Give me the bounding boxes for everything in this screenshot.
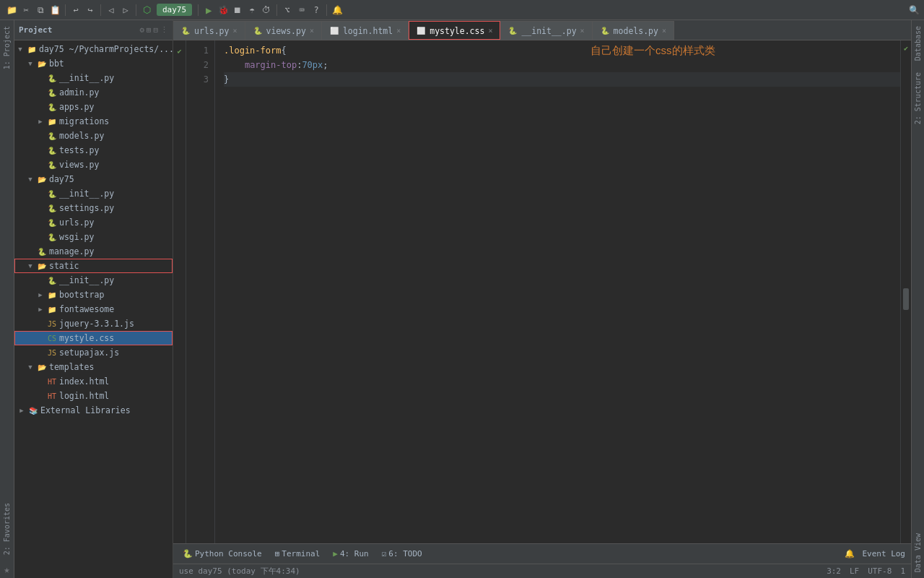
database-label[interactable]: Database <box>912 20 923 66</box>
tree-static[interactable]: ▼ 📂 static <box>14 259 173 273</box>
project-name-btn[interactable]: day75 <box>157 4 192 16</box>
code-area[interactable]: 自己创建一个css的样式类 .login-form{ margin-top:70… <box>215 40 900 543</box>
line-col-status: 3:2 <box>827 566 841 576</box>
tree-init-day75[interactable]: ▶ 🐍 __init__.py <box>14 186 173 201</box>
tree-bootstrap[interactable]: ▶ 📁 bootstrap <box>14 288 173 302</box>
tree-manage[interactable]: ▶ 🐍 manage.py <box>14 244 173 259</box>
tree-tests[interactable]: ▶ 🐍 tests.py <box>14 143 173 158</box>
debug-icon[interactable]: 🐞 <box>217 4 229 16</box>
cut-icon[interactable]: ✂ <box>20 4 32 16</box>
tree-templates[interactable]: ▼ 📂 templates <box>14 360 173 374</box>
tree-admin[interactable]: ▶ 🐍 admin.py <box>14 85 173 100</box>
folder-icon[interactable]: 📁 <box>6 4 17 16</box>
templates-icon: 📂 <box>36 361 48 373</box>
tree-init-static[interactable]: ▶ 🐍 __init__.py <box>14 273 173 288</box>
vcs-icon[interactable]: ⌥ <box>282 4 293 16</box>
tree-fontawesome[interactable]: ▶ 📁 fontawesome <box>14 302 173 316</box>
status-message: use day75 (today 下午4:34) <box>179 566 300 577</box>
todo-label: 6: TODO <box>388 549 422 558</box>
tree-setupajax[interactable]: ▶ JS setupajax.js <box>14 345 173 360</box>
tab-models-close[interactable]: × <box>662 27 666 35</box>
expand-icon[interactable]: ⊞ <box>147 25 152 35</box>
project-vert-tab[interactable]: 1: Project <box>1 20 12 75</box>
favorites-vert-tab[interactable]: 2: Favorites <box>1 497 12 561</box>
day75-inner-label: day75 <box>49 174 74 184</box>
search-icon[interactable]: 🔍 <box>909 5 920 15</box>
css-brace-open: { <box>281 43 286 58</box>
tree-settings[interactable]: ▶ 🐍 settings.py <box>14 201 173 215</box>
html-icon1: HT <box>46 376 58 387</box>
tree-mystyle[interactable]: ▶ CS mystyle.css <box>14 331 173 345</box>
templates-arrow: ▼ <box>26 363 35 371</box>
tab-mystyle-close[interactable]: × <box>488 27 492 35</box>
help-icon[interactable]: ? <box>310 4 322 16</box>
tab-init[interactable]: 🐍 __init__.py × <box>500 21 592 40</box>
tree-init-bbt[interactable]: ▶ 🐍 __init__.py <box>14 71 173 85</box>
run-icon[interactable]: ▶ <box>203 4 214 16</box>
scroll-bar-area[interactable] <box>901 55 911 543</box>
tree-bbt[interactable]: ▼ 📂 bbt <box>14 56 173 71</box>
css-value: 70px <box>302 58 323 72</box>
root-label: day75 ~/PycharmProjects/... <box>39 44 173 54</box>
scroll-thumb[interactable] <box>903 288 909 310</box>
terminal-btn[interactable]: ⊞ Terminal <box>271 548 324 560</box>
copy-icon[interactable]: ⧉ <box>35 4 46 16</box>
bottom-bar: 🐍 Python Console ⊞ Terminal ▶ 4: Run ☑ 6… <box>173 543 911 564</box>
main-toolbar: 📁 ✂ ⧉ 📋 ↩ ↪ ◁ ▷ ⬡ day75 ▶ 🐞 ⏹ ☂ ⏱ ⌥ ⌨ ? … <box>0 0 924 20</box>
tree-views[interactable]: ▶ 🐍 views.py <box>14 158 173 172</box>
forward-icon[interactable]: ▷ <box>120 4 131 16</box>
tab-urls-close[interactable]: × <box>232 27 237 35</box>
tab-login-close[interactable]: × <box>396 27 401 35</box>
tree-index-html[interactable]: ▶ HT index.html <box>14 374 173 389</box>
tab-urls[interactable]: 🐍 urls.py × <box>173 21 245 40</box>
tree-urls-day75[interactable]: ▶ 🐍 urls.py <box>14 215 173 230</box>
stop-icon[interactable]: ⏹ <box>232 4 243 16</box>
tree-models[interactable]: ▶ 🐍 models.py <box>14 129 173 143</box>
coverage-icon[interactable]: ☂ <box>246 4 258 16</box>
structure-label[interactable]: 2: Structure <box>912 66 923 130</box>
tree-ext-libs[interactable]: ▶ 📚 External Libraries <box>14 403 173 418</box>
redo-icon[interactable]: ↪ <box>84 4 96 16</box>
profile-icon[interactable]: ⏱ <box>261 4 272 16</box>
run-label: 4: Run <box>340 549 369 558</box>
tab-models[interactable]: 🐍 models.py × <box>593 21 674 40</box>
terminal-icon[interactable]: ⌨ <box>296 4 308 16</box>
tab-views[interactable]: 🐍 views.py × <box>245 21 322 40</box>
fontawesome-icon: 📁 <box>46 303 58 315</box>
back-icon[interactable]: ◁ <box>105 4 117 16</box>
tree-wsgi[interactable]: ▶ 🐍 wsgi.py <box>14 230 173 244</box>
tree-login-html[interactable]: ▶ HT login.html <box>14 389 173 403</box>
tab-mystyle[interactable]: ⬜ mystyle.css × <box>409 21 500 40</box>
tree-root[interactable]: ▼ 📁 day75 ~/PycharmProjects/... <box>14 42 173 56</box>
undo-icon[interactable]: ↩ <box>70 4 82 16</box>
settings-icon[interactable]: ⋮ <box>160 25 168 35</box>
tree-apps[interactable]: ▶ 🐍 apps.py <box>14 100 173 114</box>
tab-init-close[interactable]: × <box>580 27 585 35</box>
sep3 <box>136 4 136 16</box>
star-icon[interactable]: ★ <box>1 564 13 575</box>
tree-jquery[interactable]: ▶ JS jquery-3.3.1.js <box>14 316 173 331</box>
gear-icon[interactable]: ⚙ <box>139 25 144 35</box>
python-console-btn[interactable]: 🐍 Python Console <box>179 548 266 560</box>
fontawesome-arrow: ▶ <box>36 305 45 314</box>
todo-btn[interactable]: ☑ 6: TODO <box>378 548 426 560</box>
ext-libs-label: External Libraries <box>40 405 131 415</box>
tab-views-close[interactable]: × <box>310 27 314 35</box>
css-brace-close: } <box>224 72 229 87</box>
tree-migrations[interactable]: ▶ 📁 migrations <box>14 114 173 129</box>
file-tree: ▼ 📁 day75 ~/PycharmProjects/... ▼ 📂 bbt … <box>14 40 173 578</box>
tab-login-label: login.html <box>343 26 393 36</box>
event-log-label[interactable]: Event Log <box>862 549 905 558</box>
bbt-arrow: ▼ <box>26 59 35 68</box>
tree-day75-inner[interactable]: ▼ 📂 day75 <box>14 172 173 186</box>
left-vert-tabs: 1: Project 2: Favorites ★ <box>0 20 14 578</box>
bbt-icon: 📂 <box>36 58 48 69</box>
django-icon: ⬡ <box>141 4 152 16</box>
run-btn[interactable]: ▶ 4: Run <box>329 548 372 560</box>
sep4 <box>198 4 199 16</box>
tab-login[interactable]: ⬜ login.html × <box>322 21 409 40</box>
collapse-icon[interactable]: ⊟ <box>153 25 158 35</box>
paste-icon[interactable]: 📋 <box>49 4 61 16</box>
dataview-label[interactable]: Data View <box>912 527 923 578</box>
notifications-icon[interactable]: 🔔 <box>331 4 343 16</box>
